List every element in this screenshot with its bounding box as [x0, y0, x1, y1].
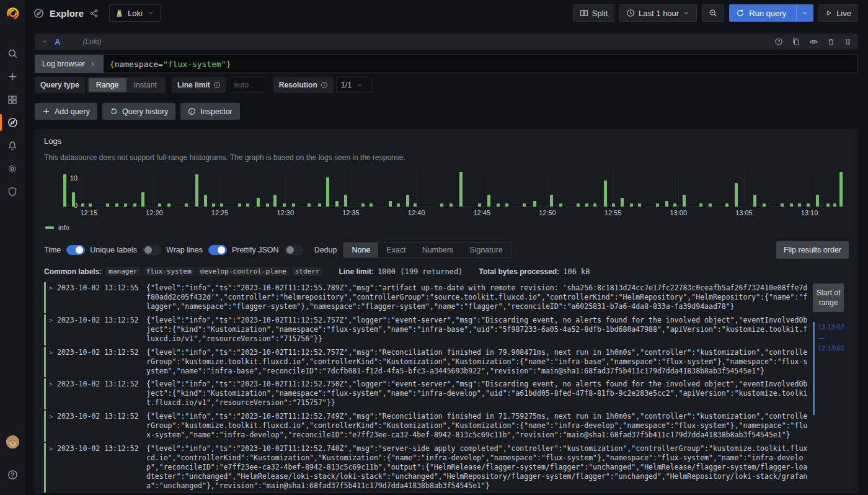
x-gridline: [417, 171, 417, 207]
log-row-timestamp: 2023-10-02 13:12:52: [57, 316, 143, 325]
sidebar-item-help[interactable]: [0, 463, 25, 486]
x-gridline: [220, 171, 221, 207]
range-to-time: 12:13:02: [818, 343, 848, 354]
x-axis-tick: 12:50: [539, 209, 556, 216]
run-query-caret[interactable]: [796, 5, 813, 21]
query-history-button[interactable]: Query history: [102, 103, 175, 120]
histogram-bar: [308, 203, 311, 207]
start-of-range-button[interactable]: Start of range: [813, 283, 844, 312]
log-row[interactable]: >2023-10-02 13:12:52{"level":"info","ts"…: [44, 314, 808, 346]
histogram-bar: [292, 203, 295, 207]
bytes-processed-value: 106 kB: [563, 267, 590, 276]
histogram-bar: [106, 203, 109, 207]
histogram-bar: [389, 201, 392, 207]
dedup-option-exact[interactable]: Exact: [378, 243, 414, 257]
log-controls-toggles: TimeUnique labelsWrap linesPrettify JSON: [44, 245, 308, 255]
help-circle-icon[interactable]: [774, 37, 783, 46]
run-query-main[interactable]: Run query: [730, 5, 792, 21]
zoom-out-button[interactable]: [702, 4, 724, 22]
histogram-bar: [497, 203, 500, 207]
logs-panel-title: Logs: [44, 136, 849, 146]
log-row[interactable]: >2023-10-02 13:12:52{"level":"info","ts"…: [44, 378, 808, 409]
expand-row-icon[interactable]: >: [49, 316, 57, 324]
x-gridline: [154, 171, 155, 207]
histogram-bar: [459, 172, 463, 207]
log-meta-row: Common labels: managerflux-systemdevelop…: [44, 267, 849, 276]
histogram-x-axis: 12:1512:2012:2512:3012:3512:4012:4512:50…: [63, 209, 849, 218]
line-limit-label-text: Line limit: [177, 81, 210, 89]
expand-row-icon[interactable]: >: [49, 412, 57, 421]
toggle-switch[interactable]: [208, 245, 227, 255]
live-label: Live: [836, 9, 851, 18]
histogram-bar: [246, 203, 249, 207]
sidebar-item-server-admin[interactable]: [0, 180, 25, 203]
toggle-switch[interactable]: [285, 245, 303, 255]
time-range-button[interactable]: Last 1 hour: [619, 4, 697, 22]
histogram-bar: [683, 195, 686, 207]
expand-row-icon[interactable]: >: [49, 348, 57, 357]
log-row[interactable]: >2023-10-02 13:12:52{"level":"info","ts"…: [44, 443, 808, 493]
legend-series-label[interactable]: info: [58, 224, 69, 231]
collapse-chevron-icon[interactable]: [41, 38, 48, 45]
histogram-bar: [533, 201, 536, 207]
line-limit-group: Line limit: [172, 77, 267, 93]
query-type-range[interactable]: Range: [89, 78, 126, 92]
inspector-button[interactable]: Inspector: [180, 103, 239, 120]
resolution-select[interactable]: 1/1: [336, 77, 372, 93]
sidebar-nav: [0, 42, 25, 203]
histogram-bar: [807, 203, 810, 207]
query-type-instant[interactable]: Instant: [126, 78, 165, 92]
histogram-bar: [335, 201, 339, 207]
add-query-button[interactable]: Add query: [35, 103, 97, 120]
log-row[interactable]: >2023-10-02 13:12:52{"level":"info","ts"…: [44, 411, 808, 442]
sidebar-item-alerting[interactable]: [0, 134, 25, 157]
query-input[interactable]: {namespace="flux-system"}: [104, 55, 858, 73]
histogram-bar: [709, 203, 712, 207]
share-icon[interactable]: [89, 9, 99, 18]
toggle-label: Prettify JSON: [232, 246, 279, 254]
log-row-timestamp: 2023-10-02 13:12:52: [57, 412, 143, 421]
duplicate-icon[interactable]: [792, 37, 800, 46]
histogram-bar: [326, 177, 329, 207]
histogram-bar: [699, 203, 702, 207]
zoom-out-icon: [709, 9, 717, 17]
sidebar-item-search[interactable]: [0, 42, 25, 65]
histogram-bar: [665, 201, 668, 207]
toggle-switch[interactable]: [143, 245, 161, 255]
query-toolbar: Add query Query history Inspector: [35, 103, 858, 120]
toggle-switch[interactable]: [66, 245, 85, 255]
chevron-down-icon: [356, 82, 363, 89]
sidebar-item-explore[interactable]: [0, 111, 25, 134]
histogram-bar: [81, 203, 84, 207]
dedup-option-numbers[interactable]: Numbers: [414, 243, 462, 257]
sidebar-item-profile[interactable]: [0, 430, 25, 453]
expand-row-icon[interactable]: >: [49, 444, 57, 453]
grafana-logo[interactable]: [0, 0, 25, 26]
datasource-picker[interactable]: Loki: [109, 4, 161, 22]
sidebar-item-create[interactable]: [0, 65, 25, 88]
expand-row-icon[interactable]: >: [49, 283, 57, 292]
histogram-bar: [816, 195, 819, 207]
sidebar-item-configuration[interactable]: [0, 157, 25, 180]
log-row[interactable]: >2023-10-02 13:12:52{"level":"info","ts"…: [44, 347, 808, 378]
line-limit-input[interactable]: [229, 77, 267, 93]
expand-row-icon[interactable]: >: [49, 380, 57, 388]
line-limit-label: Line limit: [172, 77, 226, 93]
eye-icon[interactable]: [809, 37, 818, 47]
log-row[interactable]: >2023-10-02 13:12:55{"level":"info","ts"…: [44, 282, 808, 313]
x-gridline: [89, 171, 89, 207]
sidebar-item-dashboards[interactable]: [0, 88, 25, 111]
split-button[interactable]: Split: [573, 4, 614, 22]
drag-handle-icon[interactable]: [844, 38, 852, 46]
log-browser-button[interactable]: Log browser: [35, 55, 104, 73]
dedup-option-signature[interactable]: Signature: [461, 243, 511, 257]
dedup-option-none[interactable]: None: [343, 243, 378, 257]
x-axis-tick: 12:25: [211, 209, 229, 216]
live-button[interactable]: Live: [818, 4, 858, 22]
histogram-bar: [790, 203, 793, 207]
trash-icon[interactable]: [827, 38, 835, 46]
query-type-group: Query type Range Instant: [35, 77, 166, 93]
flip-results-order-button[interactable]: Flip results order: [776, 241, 849, 259]
histogram-bar: [638, 203, 641, 207]
run-query-button[interactable]: Run query: [729, 4, 813, 22]
